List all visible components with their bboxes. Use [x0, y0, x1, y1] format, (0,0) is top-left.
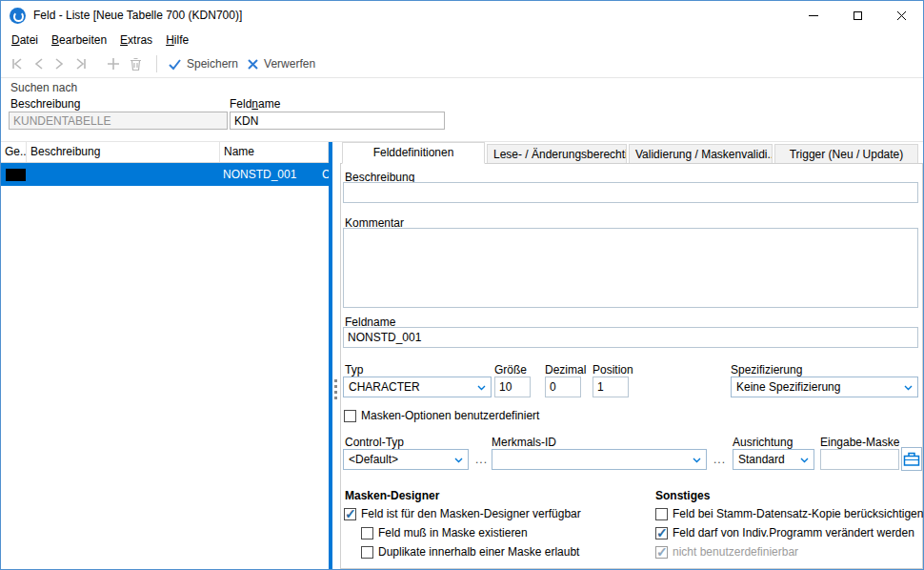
- app-window: Feld - Liste [Neue Tabelle 700 (KDN700)]…: [0, 0, 924, 570]
- search-section: Suchen nach Beschreibung Feldname: [1, 78, 923, 142]
- control-typ-dropdown[interactable]: <Default>: [343, 449, 469, 470]
- ausrichtung-dropdown[interactable]: Standard: [733, 449, 814, 470]
- list-header: Ge... Beschreibung Name: [1, 142, 329, 163]
- prev-record-button[interactable]: [30, 52, 48, 75]
- save-button[interactable]: Speichern: [165, 52, 241, 75]
- beschreibung-input[interactable]: [343, 182, 918, 203]
- masken-designer-header: Masken-Designer: [345, 489, 439, 502]
- menu-bearbeiten[interactable]: Bearbeiten: [45, 31, 113, 50]
- search-beschreibung-label: Beschreibung: [10, 97, 80, 111]
- checkbox-indiv-programm[interactable]: Feld darf von Indiv.Programm verändert w…: [655, 526, 914, 539]
- maximize-button[interactable]: [835, 1, 879, 30]
- window-controls: [792, 1, 923, 30]
- discard-button[interactable]: Verwerfen: [244, 52, 318, 75]
- checkbox-nicht-benutzerdefinierbar: nicht benutzerdefinierbar: [655, 545, 798, 559]
- discard-button-label: Verwerfen: [264, 57, 315, 71]
- search-beschreibung-input[interactable]: [9, 112, 228, 130]
- menu-hilfe[interactable]: Hilfe: [159, 31, 195, 50]
- first-record-button[interactable]: [7, 52, 28, 75]
- row-name-cell: NONSTD_001: [223, 168, 296, 181]
- chevron-down-icon: [477, 385, 486, 391]
- eingabe-maske-label: Eingabe-Maske: [820, 436, 899, 449]
- spezifizierung-label: Spezifizierung: [731, 363, 802, 377]
- last-record-button[interactable]: [70, 52, 91, 75]
- list-row[interactable]: NONSTD_001 CH: [1, 163, 329, 186]
- ausrichtung-value: Standard: [738, 453, 785, 466]
- add-record-icon: [107, 57, 120, 71]
- prev-record-icon: [33, 57, 45, 71]
- typ-label: Typ: [345, 363, 363, 377]
- column-header-beschreibung[interactable]: Beschreibung: [27, 142, 220, 162]
- chevron-down-icon: [454, 458, 463, 463]
- merkmals-id-more-button[interactable]: ...: [713, 453, 726, 466]
- next-record-icon: [53, 57, 65, 71]
- toolbar-separator: [156, 55, 157, 72]
- groesse-label: Größe: [494, 363, 527, 377]
- kommentar-input[interactable]: [343, 228, 918, 308]
- app-icon: [10, 8, 26, 24]
- chevron-down-icon: [904, 385, 913, 391]
- close-button[interactable]: [879, 1, 923, 30]
- maximize-icon: [854, 11, 862, 20]
- splitter-grip-icon[interactable]: [334, 377, 338, 402]
- felddefinitionen-form: Beschreibung Kommentar Feldname Typ CHAR…: [340, 163, 923, 569]
- dezimal-input[interactable]: [545, 377, 581, 397]
- menu-bar: Datei Bearbeiten Extras Hilfe: [1, 30, 923, 51]
- search-feldname-label: Feldname: [230, 97, 280, 111]
- merkmals-id-label: Merkmals-ID: [492, 436, 556, 449]
- discard-x-icon: [247, 58, 259, 71]
- checkbox-box-icon: [361, 527, 373, 539]
- search-feldname-input[interactable]: [230, 112, 445, 130]
- spezifizierung-value: Keine Spezifizierung: [736, 380, 840, 394]
- column-header-name[interactable]: Name: [220, 142, 329, 162]
- first-record-icon: [10, 57, 25, 71]
- position-label: Position: [593, 363, 633, 377]
- checkbox-masken-optionen[interactable]: Masken-Optionen benutzerdefiniert: [344, 409, 539, 422]
- menu-extras[interactable]: Extras: [113, 31, 159, 50]
- checkbox-box-icon: [361, 546, 373, 559]
- tab-trigger[interactable]: Trigger (Neu / Update): [774, 144, 918, 164]
- control-typ-value: <Default>: [349, 453, 398, 466]
- checkbox-duplikate-erlaubt[interactable]: Duplikate innerhalb einer Maske erlaubt: [361, 545, 579, 559]
- close-icon: [896, 10, 907, 21]
- toolbar: Speichern Verwerfen: [1, 51, 923, 78]
- feldname-input[interactable]: [343, 327, 918, 348]
- checkbox-stamm-datensatz-kopie[interactable]: Feld bei Stamm-Datensatz-Kopie berücksic…: [655, 507, 923, 520]
- control-typ-more-button[interactable]: ...: [475, 453, 488, 466]
- checkbox-box-icon: [655, 508, 668, 520]
- window-title: Feld - Liste [Neue Tabelle 700 (KDN700)]: [33, 9, 242, 22]
- input-mask-editor-button[interactable]: [901, 447, 922, 471]
- typ-dropdown[interactable]: CHARACTER: [343, 377, 492, 397]
- tab-lese-aenderungsberechtigung[interactable]: Lese- / Änderungsberechti...: [487, 144, 627, 164]
- checkbox-box-icon: [344, 508, 356, 520]
- next-record-button[interactable]: [50, 52, 68, 75]
- groesse-input[interactable]: [494, 377, 531, 397]
- search-section-title: Suchen nach: [10, 81, 77, 94]
- position-input[interactable]: [593, 377, 629, 397]
- checkbox-box-icon: [655, 546, 668, 559]
- add-record-button[interactable]: [104, 52, 123, 75]
- checkbox-feld-muss-in-maske[interactable]: Feld muß in Maske existieren: [361, 526, 528, 539]
- sonstiges-header: Sonstiges: [655, 489, 710, 502]
- typ-value: CHARACTER: [349, 380, 420, 394]
- tab-felddefinitionen[interactable]: Felddefinitionen: [342, 142, 485, 164]
- eingabe-maske-input[interactable]: [820, 449, 899, 470]
- menu-datei[interactable]: Datei: [5, 31, 45, 50]
- spezifizierung-dropdown[interactable]: Keine Spezifizierung: [731, 377, 918, 397]
- delete-record-button[interactable]: [126, 52, 146, 75]
- column-header-geaendert[interactable]: Ge...: [1, 142, 27, 162]
- checkbox-box-icon: [344, 410, 356, 422]
- dezimal-label: Dezimal: [545, 363, 586, 377]
- chevron-down-icon: [800, 458, 809, 463]
- tab-validierung[interactable]: Validierung / Maskenvalidi...: [629, 144, 773, 164]
- merkmals-id-dropdown[interactable]: [492, 449, 707, 470]
- last-record-icon: [73, 57, 89, 71]
- checkbox-feld-designer-verfuegbar[interactable]: Feld ist für den Masken-Designer verfügb…: [344, 507, 581, 520]
- minimize-button[interactable]: [792, 1, 835, 30]
- chevron-down-icon: [693, 458, 701, 463]
- tab-strip: Felddefinitionen Lese- / Änderungsberech…: [342, 142, 923, 164]
- checkbox-box-icon: [655, 527, 668, 539]
- control-typ-label: Control-Typ: [345, 436, 404, 449]
- panel-splitter[interactable]: [329, 142, 332, 569]
- save-button-label: Speichern: [187, 57, 238, 71]
